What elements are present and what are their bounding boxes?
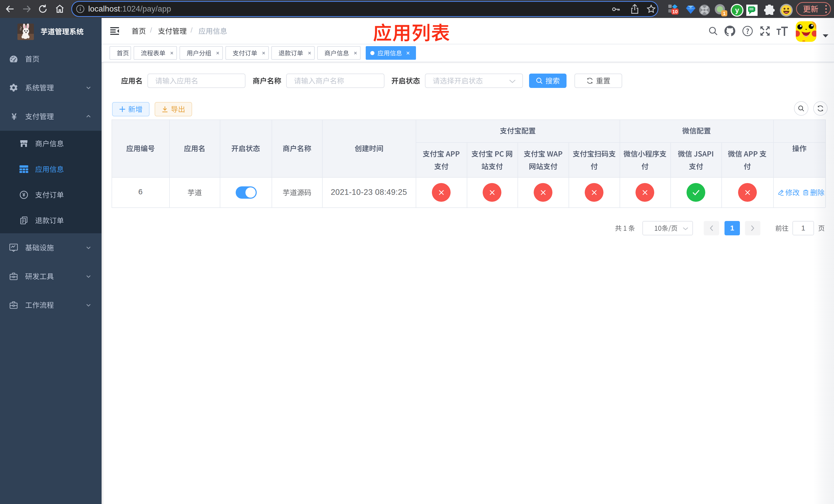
svg-text:1: 1 [723, 11, 726, 16]
svg-text:y: y [735, 6, 739, 14]
svg-text:10: 10 [672, 9, 678, 14]
